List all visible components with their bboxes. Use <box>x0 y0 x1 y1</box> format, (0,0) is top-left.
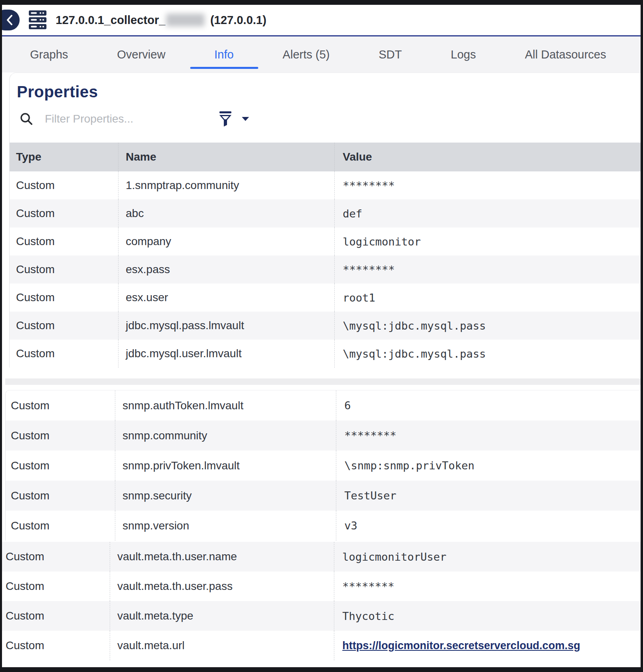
table-row: Custom1.snmptrap.community******** <box>10 171 641 199</box>
properties-card: Properties <box>9 72 641 368</box>
table-row: Customesx.pass******** <box>10 256 641 284</box>
cell-value: v3 <box>336 511 641 541</box>
properties-heading: Properties <box>17 82 641 101</box>
cell-value: def <box>334 199 641 227</box>
cell-value: Thycotic <box>334 601 641 631</box>
tab-all-datasources[interactable]: All Datasources <box>522 36 609 72</box>
cell-name: vault.meta.type <box>110 601 334 631</box>
chevron-down-icon[interactable] <box>241 116 250 122</box>
screenshot-seam <box>2 368 641 390</box>
cell-type: Custom <box>10 312 118 340</box>
search-icon <box>19 112 34 126</box>
info-tab-panel: Properties <box>2 72 641 660</box>
cell-value: \mysql:jdbc.mysql.pass <box>334 312 641 340</box>
cell-value: 6 <box>336 390 641 421</box>
cell-type: Custom <box>10 284 118 312</box>
cell-type: Custom <box>6 390 115 421</box>
table-segment-1: Custom1.snmptrap.community********Custom… <box>10 171 641 368</box>
app-window: 127.0.0.1_collector_ (127.0.0.1) GraphsO… <box>2 5 641 667</box>
table-row: Customvault.meta.urlhttps://logicmonitor… <box>2 631 641 660</box>
filter-row <box>19 108 641 130</box>
tab-info[interactable]: Info <box>211 36 237 72</box>
tab-alerts-5[interactable]: Alerts (5) <box>279 36 333 72</box>
table-row: Customsnmp.authToken.lmvault6 <box>6 390 641 421</box>
cell-name: vault.meta.th.user.pass <box>110 571 334 601</box>
cell-value: ******** <box>336 421 641 451</box>
properties-card-continued: Customsnmp.authToken.lmvault6Customsnmp.… <box>5 390 641 541</box>
cell-value: TestUser <box>336 481 641 511</box>
cell-value: ******** <box>334 171 641 199</box>
cell-name: 1.snmptrap.community <box>118 171 334 199</box>
cell-type: Custom <box>10 340 118 368</box>
cell-type: Custom <box>10 171 118 199</box>
cell-type: Custom <box>2 601 110 631</box>
table-row: Customsnmp.versionv3 <box>6 511 641 541</box>
cell-value: https://logicmonitor.secretservercloud.c… <box>334 631 641 660</box>
table-row: Customvault.meta.th.user.pass******** <box>2 571 641 601</box>
cell-value: root1 <box>334 284 641 312</box>
cell-name: snmp.version <box>115 511 336 541</box>
table-row: Customabcdef <box>10 199 641 227</box>
table-row: Customvault.meta.th.user.namelogicmonito… <box>2 542 641 571</box>
tab-bar: GraphsOverviewInfoAlerts (5)SDTLogsAll D… <box>2 36 641 72</box>
device-title-suffix: (127.0.0.1) <box>207 14 266 27</box>
cell-name: esx.pass <box>118 256 334 284</box>
tab-logs[interactable]: Logs <box>448 36 479 72</box>
cell-name: vault.meta.url <box>110 631 334 660</box>
column-header-value[interactable]: Value <box>334 143 641 171</box>
cell-name: snmp.community <box>115 421 336 451</box>
column-header-name[interactable]: Name <box>118 143 334 171</box>
device-title-prefix: 127.0.0.1_collector_ <box>56 14 165 27</box>
table-segment-3: Customvault.meta.th.user.namelogicmonito… <box>2 542 641 660</box>
table-row: Customjdbc.mysql.user.lmvault\mysql:jdbc… <box>10 340 641 368</box>
cell-type: Custom <box>6 511 115 541</box>
cell-name: snmp.privToken.lmvault <box>115 451 336 481</box>
cell-type: Custom <box>2 571 110 601</box>
cell-name: company <box>118 227 334 256</box>
cell-name: vault.meta.th.user.name <box>110 542 334 571</box>
cell-name: jdbc.mysql.user.lmvault <box>118 340 334 368</box>
table-row: Customsnmp.securityTestUser <box>6 481 641 511</box>
cell-value: \snmp:snmp.privToken <box>336 451 641 481</box>
cell-name: esx.user <box>118 284 334 312</box>
table-row: Customcompanylogicmonitor <box>10 227 641 256</box>
cell-value: logicmonitor <box>334 227 641 256</box>
table-segment-2: Customsnmp.authToken.lmvault6Customsnmp.… <box>6 390 641 541</box>
column-header-type[interactable]: Type <box>10 143 118 171</box>
cell-name: abc <box>118 199 334 227</box>
cell-type: Custom <box>6 421 115 451</box>
cell-value: ******** <box>334 571 641 601</box>
tab-overview[interactable]: Overview <box>114 36 169 72</box>
redacted-text <box>166 14 205 26</box>
cell-type: Custom <box>2 542 110 571</box>
table-row: Customvault.meta.typeThycotic <box>2 601 641 631</box>
cell-type: Custom <box>6 451 115 481</box>
screenshot-frame: 127.0.0.1_collector_ (127.0.0.1) GraphsO… <box>0 0 643 672</box>
back-button[interactable] <box>2 10 20 30</box>
table-row: Customjdbc.mysql.pass.lmvault\mysql:jdbc… <box>10 312 641 340</box>
cell-value: logicmonitorUser <box>334 542 641 571</box>
filter-properties-input[interactable] <box>45 113 177 125</box>
device-header: 127.0.0.1_collector_ (127.0.0.1) <box>2 5 641 35</box>
table-header: Type Name Value <box>10 143 641 171</box>
property-value-link[interactable]: https://logicmonitor.secretservercloud.c… <box>342 640 580 652</box>
cell-type: Custom <box>2 631 110 660</box>
cell-type: Custom <box>10 227 118 256</box>
table-row: Customsnmp.privToken.lmvault\snmp:snmp.p… <box>6 451 641 481</box>
device-title: 127.0.0.1_collector_ (127.0.0.1) <box>56 14 266 27</box>
cell-name: jdbc.mysql.pass.lmvault <box>118 312 334 340</box>
tab-graphs[interactable]: Graphs <box>27 36 71 72</box>
properties-card-continued-2: Customvault.meta.th.user.namelogicmonito… <box>2 542 641 660</box>
server-rack-icon <box>28 10 47 30</box>
cell-name: snmp.security <box>115 481 336 511</box>
cell-name: snmp.authToken.lmvault <box>115 390 336 421</box>
cell-type: Custom <box>10 256 118 284</box>
funnel-filter-icon[interactable] <box>219 111 232 127</box>
table-row: Customsnmp.community******** <box>6 421 641 451</box>
chevron-left-icon <box>5 14 14 26</box>
cell-value: \mysql:jdbc.mysql.pass <box>334 340 641 368</box>
cell-type: Custom <box>10 199 118 227</box>
tab-sdt[interactable]: SDT <box>376 36 405 72</box>
cell-type: Custom <box>6 481 115 511</box>
cell-value: ******** <box>334 256 641 284</box>
